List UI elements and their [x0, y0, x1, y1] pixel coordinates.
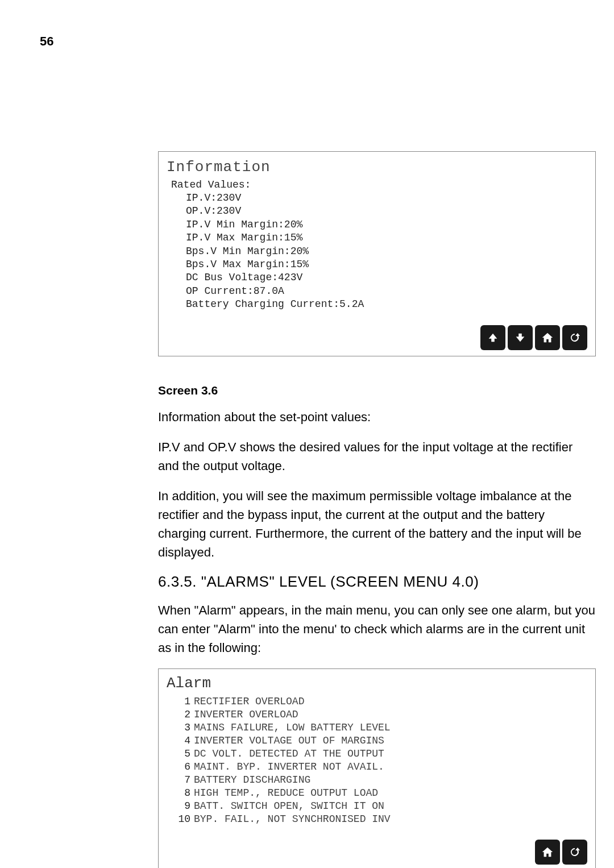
alarm-row: 2INVERTER OVERLOAD — [167, 708, 587, 721]
page-number: 56 — [40, 34, 574, 49]
arrow-up-solid-icon[interactable] — [480, 325, 505, 350]
alarm-text: MAINS FAILURE, LOW BATTERY LEVEL — [194, 722, 391, 733]
alarm-number: 5 — [172, 747, 190, 761]
alarm-text: DC VOLT. DETECTED AT THE OUTPUT — [194, 748, 384, 759]
alarm-number: 4 — [172, 734, 190, 747]
alarm-text: MAINT. BYP. INVERTER NOT AVAIL. — [194, 761, 384, 773]
alarm-row: 8HIGH TEMP., REDUCE OUTPUT LOAD — [167, 787, 587, 800]
alarm-number: 6 — [172, 761, 190, 774]
alarm-number: 1 — [172, 695, 190, 708]
alarm-text: BYP. FAIL., NOT SYNCHRONISED INV — [194, 813, 391, 825]
alarm-title: Alarm — [167, 675, 587, 692]
alarm-text: RECTIFIER OVERLOAD — [194, 696, 304, 707]
alarm-number: 2 — [172, 708, 190, 721]
alarm-text: INVERTER VOLTAGE OUT OF MARGINS — [194, 735, 384, 746]
refresh-icon[interactable] — [562, 840, 587, 865]
lcd-line: OP.V:230V — [186, 205, 587, 218]
lcd-line: Battery Charging Current:5.2A — [186, 298, 587, 311]
lcd-button-row — [167, 325, 587, 350]
refresh-icon[interactable] — [562, 325, 587, 350]
lcd-button-row — [167, 840, 587, 865]
lcd-line: IP.V Max Margin:15% — [186, 231, 587, 244]
alarm-number: 10 — [172, 813, 190, 826]
lcd-line: OP Current:87.0A — [186, 285, 587, 298]
alarm-text: BATT. SWITCH OPEN, SWITCH IT ON — [194, 800, 384, 812]
lcd-line: Bps.V Max Margin:15% — [186, 258, 587, 271]
content-column: Information Rated Values: IP.V:230VOP.V:… — [158, 151, 596, 868]
alarm-row: 1RECTIFIER OVERLOAD — [167, 695, 587, 708]
home-icon[interactable] — [535, 840, 560, 865]
alarm-text: INVERTER OVERLOAD — [194, 709, 298, 720]
alarm-number: 8 — [172, 787, 190, 800]
lcd-line: DC Bus Voltage:423V — [186, 271, 587, 284]
lcd-line: IP.V:230V — [186, 192, 587, 205]
alarm-row: 10BYP. FAIL., NOT SYNCHRONISED INV — [167, 813, 587, 826]
alarm-row: 9BATT. SWITCH OPEN, SWITCH IT ON — [167, 800, 587, 813]
information-lcd-panel: Information Rated Values: IP.V:230VOP.V:… — [158, 151, 596, 356]
screen-caption-3-6: Screen 3.6 — [158, 384, 596, 397]
alarm-number: 9 — [172, 800, 190, 813]
alarm-lcd-panel: Alarm 1RECTIFIER OVERLOAD2INVERTER OVERL… — [158, 668, 596, 868]
alarm-text: HIGH TEMP., REDUCE OUTPUT LOAD — [194, 787, 378, 799]
lcd-lines: IP.V:230VOP.V:230VIP.V Min Margin:20%IP.… — [167, 192, 587, 312]
paragraph: IP.V and OP.V shows the desired values f… — [158, 438, 596, 475]
lcd-line: IP.V Min Margin:20% — [186, 218, 587, 231]
alarm-row: 5DC VOLT. DETECTED AT THE OUTPUT — [167, 747, 587, 761]
lcd-line: Bps.V Min Margin:20% — [186, 245, 587, 258]
lcd-subtitle: Rated Values: — [171, 179, 587, 190]
alarm-number: 3 — [172, 721, 190, 734]
alarm-row: 3MAINS FAILURE, LOW BATTERY LEVEL — [167, 721, 587, 734]
alarm-text: BATTERY DISCHARGING — [194, 774, 310, 786]
alarm-number: 7 — [172, 774, 190, 787]
section-heading-alarms: 6.3.5. "ALARMS" LEVEL (SCREEN MENU 4.0) — [158, 573, 596, 591]
home-icon[interactable] — [535, 325, 560, 350]
alarm-row: 6MAINT. BYP. INVERTER NOT AVAIL. — [167, 761, 587, 774]
alarm-row: 7BATTERY DISCHARGING — [167, 774, 587, 787]
alarm-row: 4INVERTER VOLTAGE OUT OF MARGINS — [167, 734, 587, 747]
paragraph: In addition, you will see the maximum pe… — [158, 487, 596, 562]
alarm-list: 1RECTIFIER OVERLOAD2INVERTER OVERLOAD3MA… — [167, 695, 587, 826]
arrow-down-solid-icon[interactable] — [508, 325, 533, 350]
paragraph: Information about the set-point values: — [158, 408, 596, 426]
lcd-title: Information — [167, 159, 587, 176]
paragraph: When "Alarm" appears, in the main menu, … — [158, 601, 596, 657]
